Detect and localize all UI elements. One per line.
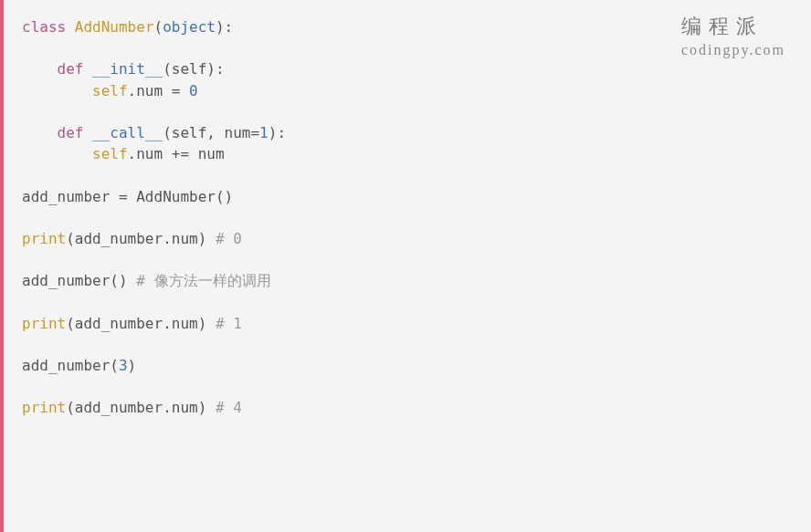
- comment: # 0: [216, 230, 242, 247]
- builtin-print: print: [22, 399, 66, 416]
- number-literal: 0: [189, 82, 198, 99]
- blank-line: [22, 164, 793, 185]
- code-block: class AddNumber(object): def __init__(se…: [0, 0, 811, 532]
- keyword-def: def: [58, 60, 84, 78]
- dunder-call: __call__: [92, 124, 163, 141]
- blank-line: [22, 249, 793, 270]
- code-line: add_number(3): [22, 355, 793, 376]
- code-line: print(add_number.num) # 4: [22, 397, 793, 418]
- comment: # 1: [216, 315, 242, 332]
- keyword-def: def: [58, 124, 84, 141]
- blank-line: [22, 291, 793, 312]
- watermark-cn: 编程派: [681, 13, 785, 40]
- builtin-print: print: [22, 315, 66, 332]
- blank-line: [22, 376, 793, 397]
- number-literal: 3: [119, 357, 128, 374]
- code-line: add_number() # 像方法一样的调用: [22, 270, 793, 291]
- self-ref: self: [92, 145, 128, 162]
- code-line: def __call__(self, num=1):: [22, 122, 793, 143]
- code-line: self.num = 0: [22, 80, 793, 101]
- code-line: class AddNumber(object):: [22, 16, 793, 37]
- code-line: def __init__(self):: [22, 58, 793, 79]
- builtin-print: print: [22, 230, 66, 247]
- blank-line: [22, 334, 793, 355]
- class-name: AddNumber: [75, 18, 154, 36]
- comment: # 像方法一样的调用: [136, 272, 270, 289]
- keyword-class: class: [22, 18, 66, 36]
- watermark-en: codingpy.com: [681, 42, 785, 58]
- builtin-object: object: [163, 18, 216, 36]
- number-literal: 1: [259, 124, 269, 141]
- blank-line: [22, 207, 793, 228]
- comment: # 4: [216, 399, 242, 416]
- code-line: self.num += num: [22, 143, 793, 164]
- code-line: print(add_number.num) # 0: [22, 228, 793, 249]
- blank-line: [22, 101, 793, 122]
- self-ref: self: [92, 82, 128, 99]
- dunder-init: __init__: [92, 60, 163, 78]
- watermark: 编程派 codingpy.com: [681, 13, 785, 58]
- code-line: print(add_number.num) # 1: [22, 313, 793, 334]
- code-line: add_number = AddNumber(): [22, 186, 793, 207]
- blank-line: [22, 37, 793, 58]
